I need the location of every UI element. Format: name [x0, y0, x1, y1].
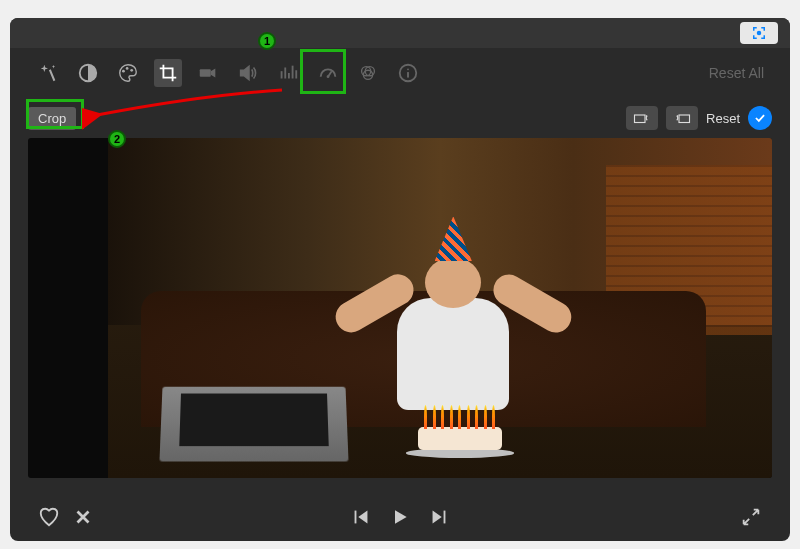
equalizer-icon	[277, 62, 299, 84]
svg-rect-30	[444, 510, 446, 523]
svg-rect-29	[355, 510, 357, 523]
crop-mode-button[interactable]: Crop	[28, 107, 76, 130]
video-editor-window: Reset All Crop Reset	[10, 18, 790, 541]
audio-icon	[237, 62, 259, 84]
svg-rect-1	[753, 27, 755, 31]
skip-forward-button[interactable]	[428, 506, 450, 528]
favorite-button[interactable]	[38, 506, 60, 528]
svg-rect-7	[764, 35, 766, 39]
crop-icon	[157, 62, 179, 84]
magic-wand-button[interactable]	[34, 59, 62, 87]
info-button[interactable]	[394, 59, 422, 87]
color-palette-icon	[117, 62, 139, 84]
skip-forward-icon	[428, 506, 450, 528]
volume-button[interactable]	[234, 59, 262, 87]
skip-back-icon	[350, 506, 372, 528]
checkmark-icon	[753, 111, 767, 125]
noise-reduction-button[interactable]	[274, 59, 302, 87]
video-frame-content	[108, 138, 772, 478]
svg-point-8	[757, 31, 762, 36]
rotate-cw-button[interactable]	[666, 106, 698, 130]
rating-controls	[38, 506, 94, 528]
reset-all-button[interactable]: Reset All	[709, 65, 772, 81]
crop-tool-button[interactable]	[154, 59, 182, 87]
speed-gauge-icon	[317, 62, 339, 84]
reject-button[interactable]	[72, 506, 94, 528]
color-wheel-icon	[357, 62, 379, 84]
transport-controls	[350, 506, 450, 528]
svg-rect-16	[288, 73, 290, 79]
x-icon	[72, 506, 94, 528]
capture-button[interactable]	[740, 22, 778, 44]
playback-controls	[10, 494, 790, 539]
info-icon	[397, 62, 419, 84]
preview-area	[10, 138, 790, 494]
rotate-cw-icon	[673, 111, 691, 125]
reset-button[interactable]: Reset	[706, 111, 740, 126]
svg-point-20	[327, 75, 330, 78]
stabilization-button[interactable]	[194, 59, 222, 87]
apply-button[interactable]	[748, 106, 772, 130]
svg-rect-15	[284, 68, 286, 79]
color-palette-button[interactable]	[114, 59, 142, 87]
color-balance-button[interactable]	[74, 59, 102, 87]
svg-rect-28	[679, 115, 690, 123]
svg-rect-5	[753, 35, 755, 39]
svg-point-25	[407, 68, 409, 70]
crop-controls-bar: Crop Reset	[10, 98, 790, 138]
rotate-ccw-icon	[633, 111, 651, 125]
svg-rect-14	[281, 71, 283, 78]
color-balance-icon	[77, 62, 99, 84]
capture-icon	[750, 24, 768, 42]
svg-point-12	[130, 69, 133, 72]
skip-back-button[interactable]	[350, 506, 372, 528]
svg-rect-3	[764, 27, 766, 31]
magic-wand-icon	[37, 62, 59, 84]
expand-icon	[740, 506, 762, 528]
adjustment-toolbar: Reset All	[10, 48, 790, 98]
svg-rect-27	[635, 115, 646, 123]
titlebar	[10, 18, 790, 48]
toolbar-left	[28, 59, 428, 87]
fullscreen-button[interactable]	[740, 506, 762, 528]
svg-rect-18	[295, 70, 297, 78]
color-filter-button[interactable]	[354, 59, 382, 87]
crop-controls-right: Reset	[626, 106, 772, 130]
speed-button[interactable]	[314, 59, 342, 87]
svg-rect-17	[292, 66, 294, 79]
play-button[interactable]	[390, 507, 410, 527]
heart-icon	[38, 506, 60, 528]
video-camera-icon	[197, 62, 219, 84]
svg-point-11	[126, 67, 129, 70]
svg-rect-13	[200, 69, 211, 76]
play-icon	[390, 507, 410, 527]
video-preview[interactable]	[28, 138, 772, 478]
svg-rect-26	[407, 72, 409, 78]
svg-point-10	[122, 70, 125, 73]
rotate-ccw-button[interactable]	[626, 106, 658, 130]
